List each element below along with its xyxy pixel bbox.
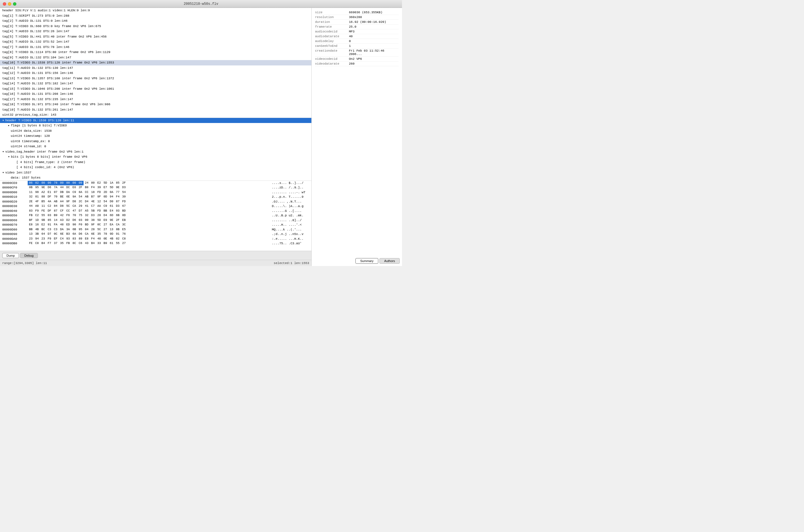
hex-byte[interactable]: 98 xyxy=(34,190,40,195)
hex-byte[interactable]: 06 xyxy=(28,181,34,185)
hex-byte[interactable]: 43 xyxy=(84,241,90,246)
tree-toggle-icon[interactable]: ▾ xyxy=(8,155,10,159)
hex-byte[interactable]: 94 xyxy=(108,195,115,199)
hex-byte[interactable]: 87 xyxy=(115,200,121,204)
hex-byte[interactable]: E4 xyxy=(108,209,115,213)
hex-byte[interactable]: 48 xyxy=(96,237,102,241)
hex-byte[interactable]: 67 xyxy=(121,204,127,208)
hex-byte[interactable]: D6 xyxy=(46,185,53,190)
hex-byte[interactable]: 8A xyxy=(77,190,84,195)
tree-toggle-icon[interactable]: ▾ xyxy=(2,150,4,154)
hex-row[interactable]: 00000D60BF1D9B8514A3D2D60300385DE99E2FEB… xyxy=(0,218,311,223)
tag-row[interactable]: tag[7] T:AUDIO DL:131 DTS:78 len:146 xyxy=(0,44,311,50)
hex-byte[interactable]: 4B xyxy=(108,237,115,241)
hex-byte[interactable]: 14 xyxy=(53,218,59,223)
hex-row[interactable]: 00000D202E4FB54AABA49FD82CD44E1254D087FD… xyxy=(0,200,311,204)
tree-row[interactable]: ▾ header T:VIDEO DL:1538 DTS:120 len:11 xyxy=(0,118,311,123)
hex-byte[interactable]: 9F xyxy=(96,195,102,199)
minimize-button[interactable] xyxy=(8,2,11,6)
tag-row[interactable]: tag[12] T:AUDIO DL:131 DTS:156 len:146 xyxy=(0,71,311,76)
hex-byte[interactable]: B4 xyxy=(40,241,46,246)
tree-row[interactable]: uint24 stream_id: 0 xyxy=(0,144,311,149)
hex-byte[interactable]: DA xyxy=(65,190,71,195)
hex-byte[interactable]: 9D xyxy=(108,232,115,236)
hex-byte[interactable]: 18 xyxy=(90,190,96,195)
hex-byte[interactable]: 0C xyxy=(53,232,59,236)
hex-byte[interactable]: 24 xyxy=(84,181,90,185)
hex-row[interactable]: 00000D4083F9FEDF87CFCC47D7A55BFDBBE493BD… xyxy=(0,209,311,213)
hex-byte[interactable]: CA xyxy=(71,204,77,208)
tree-row[interactable]: [ 4 bits] codec_id: 4 (On2 VP6) xyxy=(0,165,311,170)
hex-byte[interactable]: 80 xyxy=(90,181,96,185)
tree-toggle-icon[interactable]: ▸ xyxy=(8,123,10,128)
hex-byte[interactable]: 61 xyxy=(108,204,115,208)
tag-row[interactable]: tag[15] T:VIDEO DL:1046 DTS:200 inter fr… xyxy=(0,86,311,92)
hex-byte[interactable]: 41 xyxy=(84,204,90,208)
hex-byte[interactable]: E5 xyxy=(121,227,127,232)
hex-byte[interactable]: C9 xyxy=(102,204,108,208)
hex-byte[interactable]: 38 xyxy=(90,218,96,223)
hex-byte[interactable]: 85 xyxy=(115,181,121,185)
hex-byte[interactable]: C7 xyxy=(90,204,96,208)
hex-byte[interactable]: F4 xyxy=(90,237,96,241)
hex-byte[interactable]: D8 xyxy=(59,204,65,208)
hex-byte[interactable]: 6E xyxy=(65,195,71,199)
hex-byte[interactable]: 11 xyxy=(40,204,46,208)
hex-byte[interactable]: 54 xyxy=(121,190,127,195)
tree-row[interactable]: uint24 data_size: 1538 xyxy=(0,128,311,134)
tree-toggle-icon[interactable]: ▾ xyxy=(2,118,4,123)
hex-byte[interactable]: F4 xyxy=(115,195,121,199)
hex-byte[interactable]: FD xyxy=(96,190,102,195)
hex-row[interactable]: 00000D50FBC25503B942F6707532D320D46D6B0D… xyxy=(0,213,311,218)
hex-byte[interactable]: 0B xyxy=(28,185,34,190)
hex-byte[interactable]: 6E xyxy=(59,232,65,236)
tag-row[interactable]: tag[6] T:AUDIO DL:132 DTS:52 len:147 xyxy=(0,39,311,44)
hex-byte[interactable]: DF xyxy=(46,209,53,213)
tag-row[interactable]: tag[19] T:AUDIO DL:132 DTS:261 len:147 xyxy=(0,107,311,113)
hex-byte[interactable]: FD xyxy=(121,200,127,204)
hex-byte[interactable]: C2 xyxy=(34,213,40,218)
hex-byte[interactable]: 33 xyxy=(96,241,102,246)
hex-byte[interactable]: EF xyxy=(53,237,59,241)
hex-byte[interactable]: F6 xyxy=(65,213,71,218)
hex-byte[interactable]: 4A xyxy=(46,200,53,204)
hex-byte[interactable]: 12 xyxy=(96,200,102,204)
tag-list[interactable]: header SIG:FLV V:1 audio:1 video:1 HLEN:… xyxy=(0,8,311,118)
hex-byte[interactable]: 00 xyxy=(59,181,65,185)
tag-row[interactable]: tag[5] T:VIDEO DL:441 DTS:40 inter frame… xyxy=(0,34,311,39)
tree-row[interactable]: ▸ flags [1 bytes 8 bits] T:VIDEO xyxy=(0,123,311,128)
hex-byte[interactable]: 9F xyxy=(65,200,71,204)
tag-row[interactable]: tag[3] T:VIDEO DL:660 DTS:0 key frame On… xyxy=(0,24,311,29)
hex-byte[interactable]: 32 xyxy=(28,195,34,199)
hex-byte[interactable]: 9E xyxy=(40,185,46,190)
hex-byte[interactable]: 5C xyxy=(96,227,102,232)
hex-byte[interactable]: A2 xyxy=(40,190,46,195)
hex-byte[interactable]: B4 xyxy=(90,241,96,246)
hex-byte[interactable]: D4 xyxy=(102,213,108,218)
hex-byte[interactable]: CA xyxy=(84,232,90,236)
hex-byte[interactable]: D8 xyxy=(71,200,77,204)
hex-byte[interactable]: 54 xyxy=(102,200,108,204)
hex-byte[interactable]: 70 xyxy=(53,195,59,199)
hex-byte[interactable]: 39 xyxy=(121,195,127,199)
hex-byte[interactable]: C9 xyxy=(71,190,77,195)
hex-byte[interactable]: 39 xyxy=(96,185,102,190)
hex-byte[interactable]: 35 xyxy=(59,241,65,246)
hex-byte[interactable]: 20 xyxy=(96,213,102,218)
hex-byte[interactable]: CA xyxy=(115,223,121,227)
hex-byte[interactable]: 91 xyxy=(46,223,53,227)
tag-row[interactable]: tag[4] T:AUDIO DL:132 DTS:26 len:147 xyxy=(0,29,311,34)
hex-row[interactable]: 00000CF00B959ED67A44DCE62FB8F439E75D9ED3… xyxy=(0,185,311,190)
hex-byte[interactable]: 0D xyxy=(121,213,127,218)
hex-byte[interactable]: 23 xyxy=(28,237,34,241)
hex-byte[interactable]: 07 xyxy=(53,190,59,195)
hex-byte[interactable]: 6D xyxy=(108,213,115,218)
hex-byte[interactable]: D3 xyxy=(115,204,121,208)
hex-byte[interactable]: BE xyxy=(59,195,65,199)
hex-byte[interactable]: 93 xyxy=(65,237,71,241)
hex-byte[interactable]: 9B xyxy=(40,218,46,223)
hex-byte[interactable]: C3 xyxy=(46,227,53,232)
tree-section[interactable]: ▾ header T:VIDEO DL:1538 DTS:120 len:11▸… xyxy=(0,118,311,181)
hex-byte[interactable]: 00 xyxy=(46,181,53,185)
hex-byte[interactable]: DF xyxy=(46,195,53,199)
